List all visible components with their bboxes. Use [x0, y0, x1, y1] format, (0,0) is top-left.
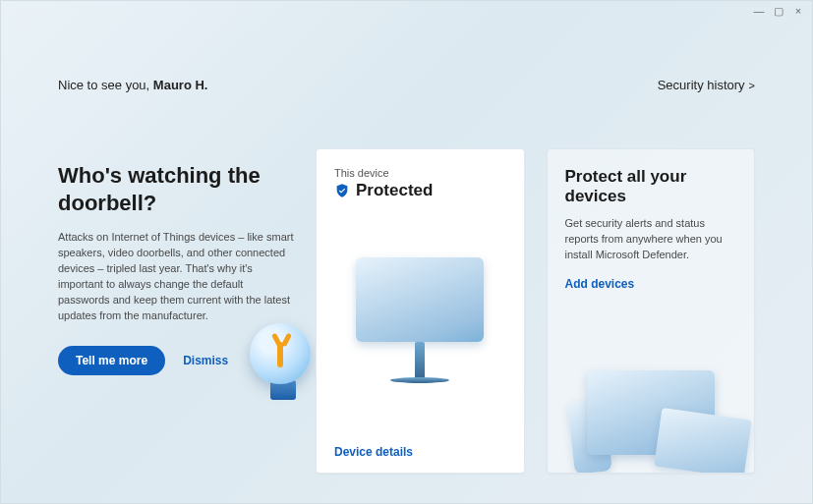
protect-body: Get security alerts and status reports f…	[565, 216, 737, 263]
maximize-icon[interactable]: ▢	[773, 5, 784, 21]
chevron-right-icon: >	[749, 80, 755, 91]
close-icon[interactable]: ×	[792, 5, 804, 21]
add-devices-link[interactable]: Add devices	[565, 277, 737, 291]
device-details-link[interactable]: Device details	[334, 445, 413, 459]
lightbulb-icon	[250, 323, 317, 412]
monitor-illustration	[334, 228, 506, 459]
dismiss-button[interactable]: Dismiss	[183, 354, 228, 367]
minimize-icon[interactable]: —	[753, 5, 765, 21]
promo-panel: Who's watching the doorbell? Attacks on …	[58, 148, 294, 474]
devices-illustration	[548, 325, 755, 473]
status-text: Protected	[356, 181, 433, 200]
top-row: Nice to see you, Mauro H. Security histo…	[58, 78, 755, 92]
status-line: Protected	[334, 181, 506, 200]
this-device-label: This device	[334, 167, 506, 179]
protect-title: Protect all your devices	[565, 167, 737, 206]
greeting-prefix: Nice to see you,	[58, 78, 153, 92]
tell-me-more-button[interactable]: Tell me more	[58, 346, 165, 375]
greeting-name: Mauro H.	[153, 78, 208, 92]
defender-home-window: — ▢ × Nice to see you, Mauro H. Security…	[0, 0, 813, 504]
greeting: Nice to see you, Mauro H.	[58, 78, 207, 92]
promo-body: Attacks on Internet of Things devices – …	[58, 230, 294, 324]
promo-title: Who's watching the doorbell?	[58, 162, 294, 216]
security-history-link[interactable]: Security history >	[658, 78, 755, 92]
shield-check-icon	[334, 183, 350, 198]
this-device-card: This device Protected Device details	[316, 148, 525, 474]
content-area: Who's watching the doorbell? Attacks on …	[58, 148, 755, 474]
security-history-label: Security history	[658, 78, 745, 92]
protect-devices-card: Protect all your devices Get security al…	[547, 148, 756, 474]
window-titlebar: — ▢ ×	[745, 1, 812, 25]
